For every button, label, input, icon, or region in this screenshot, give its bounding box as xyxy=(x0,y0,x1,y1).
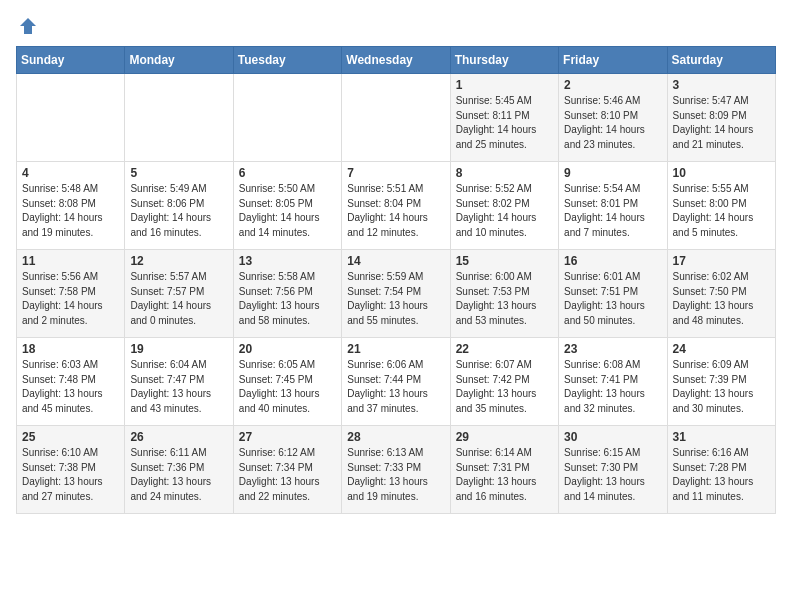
calendar-day-cell: 14Sunrise: 5:59 AM Sunset: 7:54 PM Dayli… xyxy=(342,250,450,338)
calendar-day-header: Thursday xyxy=(450,47,558,74)
calendar-day-cell: 25Sunrise: 6:10 AM Sunset: 7:38 PM Dayli… xyxy=(17,426,125,514)
calendar-week-row: 1Sunrise: 5:45 AM Sunset: 8:11 PM Daylig… xyxy=(17,74,776,162)
page-header xyxy=(16,16,776,36)
day-number: 13 xyxy=(239,254,336,268)
calendar-day-cell xyxy=(342,74,450,162)
logo xyxy=(16,16,40,36)
calendar-day-cell: 4Sunrise: 5:48 AM Sunset: 8:08 PM Daylig… xyxy=(17,162,125,250)
calendar-day-cell xyxy=(17,74,125,162)
calendar-week-row: 4Sunrise: 5:48 AM Sunset: 8:08 PM Daylig… xyxy=(17,162,776,250)
day-number: 2 xyxy=(564,78,661,92)
day-number: 7 xyxy=(347,166,444,180)
calendar-day-cell: 8Sunrise: 5:52 AM Sunset: 8:02 PM Daylig… xyxy=(450,162,558,250)
day-number: 21 xyxy=(347,342,444,356)
calendar-day-cell: 16Sunrise: 6:01 AM Sunset: 7:51 PM Dayli… xyxy=(559,250,667,338)
day-info: Sunrise: 6:08 AM Sunset: 7:41 PM Dayligh… xyxy=(564,358,661,416)
calendar-week-row: 18Sunrise: 6:03 AM Sunset: 7:48 PM Dayli… xyxy=(17,338,776,426)
day-number: 17 xyxy=(673,254,770,268)
day-number: 15 xyxy=(456,254,553,268)
day-number: 25 xyxy=(22,430,119,444)
day-info: Sunrise: 6:03 AM Sunset: 7:48 PM Dayligh… xyxy=(22,358,119,416)
calendar-day-cell: 11Sunrise: 5:56 AM Sunset: 7:58 PM Dayli… xyxy=(17,250,125,338)
calendar-day-cell xyxy=(233,74,341,162)
calendar-day-cell: 29Sunrise: 6:14 AM Sunset: 7:31 PM Dayli… xyxy=(450,426,558,514)
calendar-day-cell: 20Sunrise: 6:05 AM Sunset: 7:45 PM Dayli… xyxy=(233,338,341,426)
day-number: 5 xyxy=(130,166,227,180)
day-number: 31 xyxy=(673,430,770,444)
day-number: 28 xyxy=(347,430,444,444)
calendar-day-cell xyxy=(125,74,233,162)
calendar-day-cell: 19Sunrise: 6:04 AM Sunset: 7:47 PM Dayli… xyxy=(125,338,233,426)
logo-icon xyxy=(18,16,38,36)
day-number: 16 xyxy=(564,254,661,268)
day-info: Sunrise: 5:52 AM Sunset: 8:02 PM Dayligh… xyxy=(456,182,553,240)
day-info: Sunrise: 6:05 AM Sunset: 7:45 PM Dayligh… xyxy=(239,358,336,416)
calendar-day-cell: 17Sunrise: 6:02 AM Sunset: 7:50 PM Dayli… xyxy=(667,250,775,338)
calendar-table: SundayMondayTuesdayWednesdayThursdayFrid… xyxy=(16,46,776,514)
day-number: 29 xyxy=(456,430,553,444)
day-info: Sunrise: 5:49 AM Sunset: 8:06 PM Dayligh… xyxy=(130,182,227,240)
day-info: Sunrise: 5:57 AM Sunset: 7:57 PM Dayligh… xyxy=(130,270,227,328)
calendar-day-cell: 27Sunrise: 6:12 AM Sunset: 7:34 PM Dayli… xyxy=(233,426,341,514)
day-number: 12 xyxy=(130,254,227,268)
calendar-day-cell: 2Sunrise: 5:46 AM Sunset: 8:10 PM Daylig… xyxy=(559,74,667,162)
calendar-day-cell: 15Sunrise: 6:00 AM Sunset: 7:53 PM Dayli… xyxy=(450,250,558,338)
calendar-day-cell: 31Sunrise: 6:16 AM Sunset: 7:28 PM Dayli… xyxy=(667,426,775,514)
day-number: 27 xyxy=(239,430,336,444)
day-info: Sunrise: 5:46 AM Sunset: 8:10 PM Dayligh… xyxy=(564,94,661,152)
day-number: 4 xyxy=(22,166,119,180)
calendar-day-cell: 3Sunrise: 5:47 AM Sunset: 8:09 PM Daylig… xyxy=(667,74,775,162)
day-number: 26 xyxy=(130,430,227,444)
day-info: Sunrise: 5:51 AM Sunset: 8:04 PM Dayligh… xyxy=(347,182,444,240)
day-info: Sunrise: 6:12 AM Sunset: 7:34 PM Dayligh… xyxy=(239,446,336,504)
calendar-day-cell: 9Sunrise: 5:54 AM Sunset: 8:01 PM Daylig… xyxy=(559,162,667,250)
day-number: 6 xyxy=(239,166,336,180)
calendar-day-cell: 1Sunrise: 5:45 AM Sunset: 8:11 PM Daylig… xyxy=(450,74,558,162)
day-info: Sunrise: 6:11 AM Sunset: 7:36 PM Dayligh… xyxy=(130,446,227,504)
day-number: 11 xyxy=(22,254,119,268)
day-info: Sunrise: 5:45 AM Sunset: 8:11 PM Dayligh… xyxy=(456,94,553,152)
calendar-week-row: 11Sunrise: 5:56 AM Sunset: 7:58 PM Dayli… xyxy=(17,250,776,338)
day-info: Sunrise: 5:56 AM Sunset: 7:58 PM Dayligh… xyxy=(22,270,119,328)
day-info: Sunrise: 6:14 AM Sunset: 7:31 PM Dayligh… xyxy=(456,446,553,504)
day-number: 19 xyxy=(130,342,227,356)
svg-marker-0 xyxy=(20,18,36,34)
calendar-day-header: Friday xyxy=(559,47,667,74)
day-number: 24 xyxy=(673,342,770,356)
calendar-day-cell: 10Sunrise: 5:55 AM Sunset: 8:00 PM Dayli… xyxy=(667,162,775,250)
day-number: 10 xyxy=(673,166,770,180)
day-info: Sunrise: 5:55 AM Sunset: 8:00 PM Dayligh… xyxy=(673,182,770,240)
day-number: 23 xyxy=(564,342,661,356)
day-info: Sunrise: 6:10 AM Sunset: 7:38 PM Dayligh… xyxy=(22,446,119,504)
day-info: Sunrise: 6:13 AM Sunset: 7:33 PM Dayligh… xyxy=(347,446,444,504)
day-number: 8 xyxy=(456,166,553,180)
calendar-day-cell: 22Sunrise: 6:07 AM Sunset: 7:42 PM Dayli… xyxy=(450,338,558,426)
calendar-day-cell: 6Sunrise: 5:50 AM Sunset: 8:05 PM Daylig… xyxy=(233,162,341,250)
calendar-day-cell: 18Sunrise: 6:03 AM Sunset: 7:48 PM Dayli… xyxy=(17,338,125,426)
calendar-day-cell: 24Sunrise: 6:09 AM Sunset: 7:39 PM Dayli… xyxy=(667,338,775,426)
day-info: Sunrise: 5:47 AM Sunset: 8:09 PM Dayligh… xyxy=(673,94,770,152)
calendar-day-cell: 5Sunrise: 5:49 AM Sunset: 8:06 PM Daylig… xyxy=(125,162,233,250)
calendar-day-cell: 7Sunrise: 5:51 AM Sunset: 8:04 PM Daylig… xyxy=(342,162,450,250)
day-number: 20 xyxy=(239,342,336,356)
calendar-day-header: Tuesday xyxy=(233,47,341,74)
day-number: 22 xyxy=(456,342,553,356)
day-info: Sunrise: 6:09 AM Sunset: 7:39 PM Dayligh… xyxy=(673,358,770,416)
calendar-week-row: 25Sunrise: 6:10 AM Sunset: 7:38 PM Dayli… xyxy=(17,426,776,514)
calendar-day-cell: 30Sunrise: 6:15 AM Sunset: 7:30 PM Dayli… xyxy=(559,426,667,514)
calendar-day-header: Sunday xyxy=(17,47,125,74)
day-number: 1 xyxy=(456,78,553,92)
day-info: Sunrise: 5:59 AM Sunset: 7:54 PM Dayligh… xyxy=(347,270,444,328)
day-info: Sunrise: 5:58 AM Sunset: 7:56 PM Dayligh… xyxy=(239,270,336,328)
calendar-day-cell: 21Sunrise: 6:06 AM Sunset: 7:44 PM Dayli… xyxy=(342,338,450,426)
day-number: 30 xyxy=(564,430,661,444)
day-info: Sunrise: 6:07 AM Sunset: 7:42 PM Dayligh… xyxy=(456,358,553,416)
day-info: Sunrise: 5:48 AM Sunset: 8:08 PM Dayligh… xyxy=(22,182,119,240)
day-info: Sunrise: 6:15 AM Sunset: 7:30 PM Dayligh… xyxy=(564,446,661,504)
calendar-day-cell: 26Sunrise: 6:11 AM Sunset: 7:36 PM Dayli… xyxy=(125,426,233,514)
day-number: 9 xyxy=(564,166,661,180)
day-number: 18 xyxy=(22,342,119,356)
calendar-day-header: Monday xyxy=(125,47,233,74)
day-info: Sunrise: 6:00 AM Sunset: 7:53 PM Dayligh… xyxy=(456,270,553,328)
calendar-day-cell: 13Sunrise: 5:58 AM Sunset: 7:56 PM Dayli… xyxy=(233,250,341,338)
